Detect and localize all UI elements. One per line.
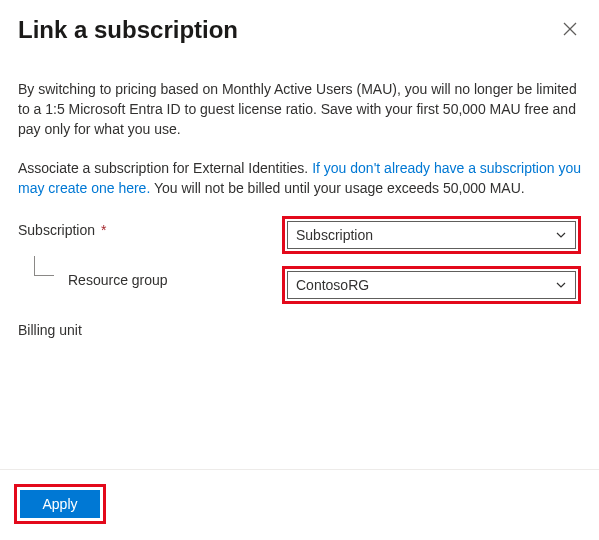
footer-separator [0, 469, 599, 470]
subscription-label: Subscription [18, 222, 95, 238]
associate-text: Associate a subscription for External Id… [18, 158, 581, 199]
panel-title: Link a subscription [18, 16, 238, 45]
resource-group-row: Resource group ContosoRG [18, 266, 581, 304]
intro-text: By switching to pricing based on Monthly… [18, 79, 581, 140]
panel-header: Link a subscription [18, 16, 581, 45]
panel-footer: Apply [14, 484, 106, 524]
resource-group-select-highlight: ContosoRG [282, 266, 581, 304]
subscription-select[interactable]: Subscription [287, 221, 576, 249]
chevron-down-icon [555, 279, 567, 291]
close-button[interactable] [559, 18, 581, 40]
apply-button-highlight: Apply [14, 484, 106, 524]
close-icon [563, 22, 577, 36]
billing-unit-label: Billing unit [18, 322, 82, 338]
hierarchy-connector [34, 256, 54, 276]
subscription-label-col: Subscription * [18, 216, 282, 238]
chevron-down-icon [555, 229, 567, 241]
associate-prefix: Associate a subscription for External Id… [18, 160, 312, 176]
resource-group-select[interactable]: ContosoRG [287, 271, 576, 299]
apply-button[interactable]: Apply [20, 490, 100, 518]
resource-group-label-col: Resource group [18, 266, 282, 288]
subscription-select-highlight: Subscription [282, 216, 581, 254]
required-star: * [97, 222, 106, 238]
resource-group-label: Resource group [68, 272, 168, 288]
associate-suffix: You will not be billed until your usage … [150, 180, 524, 196]
subscription-row: Subscription * Subscription [18, 216, 581, 254]
billing-unit-label-col: Billing unit [18, 316, 282, 338]
subscription-select-value: Subscription [296, 227, 373, 243]
billing-unit-row: Billing unit [18, 316, 581, 338]
resource-group-select-value: ContosoRG [296, 277, 369, 293]
link-subscription-panel: Link a subscription By switching to pric… [0, 0, 599, 338]
